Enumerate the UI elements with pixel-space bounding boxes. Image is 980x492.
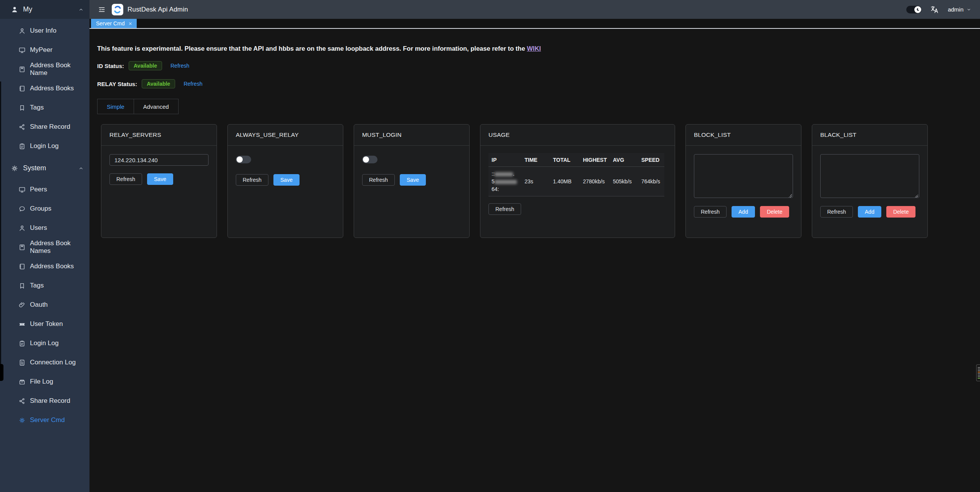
- card-body: Refresh Save: [354, 146, 469, 238]
- black-list-add-button[interactable]: Add: [858, 206, 881, 218]
- textarea-wrap: [820, 154, 919, 199]
- must-login-toggle[interactable]: [362, 156, 377, 163]
- sidebar-item-connection-log[interactable]: Connection Log: [0, 353, 89, 372]
- sidebar-item-label: Tags: [30, 282, 44, 289]
- relay-servers-refresh-button[interactable]: Refresh: [109, 173, 142, 185]
- block-list-delete-button[interactable]: Delete: [760, 206, 789, 218]
- sidebar-item-mypeer[interactable]: MyPeer: [0, 40, 89, 60]
- toggle-knob: [237, 156, 243, 163]
- sidebar-item-peers[interactable]: Peers: [0, 180, 89, 199]
- sidebar-group-system[interactable]: System: [0, 159, 89, 178]
- gear-icon: [18, 417, 26, 424]
- id-status-line: ID Status: Available Refresh: [97, 61, 972, 70]
- sidebar-item-share-record-system[interactable]: Share Record: [0, 391, 89, 411]
- card-title: USAGE: [488, 131, 510, 138]
- sidebar-item-tags[interactable]: Tags: [0, 98, 89, 117]
- sidebar-item-label: Oauth: [30, 301, 48, 309]
- sidebar-item-address-book-name[interactable]: Address Book Name: [0, 60, 89, 79]
- dark-mode-knob: [914, 6, 921, 13]
- user-menu-label: admin: [948, 6, 963, 13]
- button-row: Refresh Save: [109, 173, 209, 185]
- sidebar-item-address-books[interactable]: Address Books: [0, 79, 89, 98]
- usage-highest-cell: 2780kb/s: [580, 175, 610, 188]
- sidebar-item-login-log-system[interactable]: Login Log: [0, 334, 89, 353]
- usage-total-cell: 1.40MB: [550, 175, 580, 188]
- relay-status-label: RELAY Status:: [97, 81, 137, 87]
- tab-advanced[interactable]: Advanced: [134, 99, 179, 114]
- user-menu[interactable]: admin: [948, 6, 972, 13]
- sidebar-item-label: Tags: [30, 104, 44, 111]
- relay-status-refresh-link[interactable]: Refresh: [184, 81, 202, 87]
- sidebar-group-my[interactable]: My: [0, 0, 89, 19]
- sidebar-item-login-log[interactable]: Login Log: [0, 136, 89, 156]
- tab-server-cmd[interactable]: Server Cmd: [91, 19, 137, 28]
- button-row: Refresh Add Delete: [820, 206, 919, 218]
- card-title: BLOCK_LIST: [694, 131, 731, 138]
- dark-mode-toggle[interactable]: [906, 6, 922, 13]
- id-status-label: ID Status:: [97, 63, 124, 69]
- must-login-refresh-button[interactable]: Refresh: [362, 174, 395, 186]
- sidebar-item-user-token[interactable]: User Token: [0, 314, 89, 334]
- card-body: Refresh Save: [101, 146, 217, 238]
- usage-time-cell: 23s: [521, 175, 550, 188]
- black-list-textarea[interactable]: [820, 154, 919, 198]
- user-icon: [11, 6, 18, 13]
- must-login-save-button[interactable]: Save: [400, 174, 426, 186]
- translate-icon[interactable]: [930, 5, 939, 14]
- usage-table-header: IP TIME TOTAL HIGHEST AVG SPEED: [488, 153, 664, 167]
- sidebar-item-groups[interactable]: Groups: [0, 199, 89, 218]
- resize-grip-icon[interactable]: [788, 194, 792, 198]
- edge-extension-widget[interactable]: [976, 364, 980, 381]
- card-body: Refresh Add Delete: [686, 146, 801, 238]
- ip-text: 5: [492, 178, 495, 184]
- card-header: MUST_LOGIN: [354, 125, 469, 146]
- block-list-textarea[interactable]: [694, 154, 793, 198]
- relay-servers-input[interactable]: [109, 154, 209, 166]
- block-list-refresh-button[interactable]: Refresh: [694, 206, 727, 218]
- user-icon: [18, 27, 26, 35]
- sidebar-item-label: User Token: [30, 320, 63, 328]
- sidebar-item-address-books-system[interactable]: Address Books: [0, 257, 89, 276]
- resize-grip-icon[interactable]: [915, 194, 918, 198]
- sidebar-item-oauth[interactable]: Oauth: [0, 295, 89, 314]
- black-list-refresh-button[interactable]: Refresh: [820, 206, 853, 218]
- always-use-relay-save-button[interactable]: Save: [273, 174, 300, 186]
- sidebar-group-my-items: User Info MyPeer Address Book Name Addre…: [0, 19, 89, 159]
- sidebar-item-server-cmd[interactable]: Server Cmd: [0, 411, 89, 430]
- ticket-icon: [18, 321, 26, 328]
- sidebar: My User Info MyPeer Address Book Name Ad…: [0, 0, 89, 492]
- black-list-delete-button[interactable]: Delete: [886, 206, 915, 218]
- sidebar-item-share-record[interactable]: Share Record: [0, 117, 89, 136]
- left-edge-notch: [0, 364, 3, 381]
- close-icon[interactable]: [128, 21, 133, 26]
- sidebar-group-label: System: [23, 164, 78, 172]
- open-tabs-bar: Server Cmd: [89, 19, 980, 29]
- tab-simple[interactable]: Simple: [97, 99, 134, 114]
- settings-cards-row: RELAY_SERVERS Refresh Save ALWAYS_USE_RE…: [101, 124, 972, 238]
- ip-text: ::: [492, 171, 495, 177]
- usage-refresh-button[interactable]: Refresh: [488, 203, 521, 215]
- always-use-relay-refresh-button[interactable]: Refresh: [236, 174, 268, 186]
- sidebar-item-address-book-names[interactable]: Address Book Names: [0, 238, 89, 257]
- wiki-link[interactable]: WIKI: [527, 45, 541, 52]
- sidebar-item-tags-system[interactable]: Tags: [0, 276, 89, 295]
- sidebar-item-label: User Info: [30, 27, 56, 35]
- sidebar-item-user-info[interactable]: User Info: [0, 21, 89, 40]
- sidebar-item-label: Users: [30, 224, 47, 232]
- chevron-up-icon: [78, 7, 84, 13]
- top-header: RustDesk Api Admin admin: [89, 0, 980, 19]
- always-use-relay-toggle[interactable]: [236, 156, 251, 163]
- sidebar-item-users[interactable]: Users: [0, 218, 89, 238]
- card-header: BLACK_LIST: [812, 125, 927, 146]
- sidebar-item-label: Login Log: [30, 339, 59, 347]
- button-row: Refresh Save: [362, 174, 461, 186]
- sidebar-item-file-log[interactable]: File Log: [0, 372, 89, 391]
- relay-servers-save-button[interactable]: Save: [147, 173, 173, 185]
- id-status-refresh-link[interactable]: Refresh: [171, 63, 189, 69]
- card-body: Refresh Save: [228, 146, 343, 238]
- paperclip-icon: [18, 301, 26, 309]
- rustdesk-logo: [112, 4, 123, 15]
- block-list-add-button[interactable]: Add: [732, 206, 755, 218]
- sidebar-item-label: Login Log: [30, 142, 59, 150]
- sidebar-fold-icon[interactable]: [98, 6, 106, 13]
